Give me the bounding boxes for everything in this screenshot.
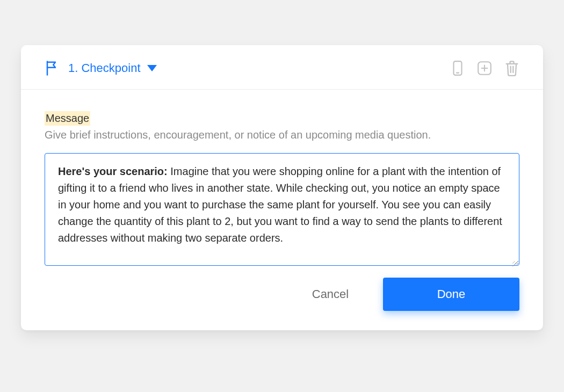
cancel-button[interactable]: Cancel — [293, 278, 368, 311]
page-canvas: 1. Checkpoint — [0, 0, 564, 392]
header-actions — [451, 60, 519, 76]
card-body: Message Give brief instructions, encoura… — [21, 90, 543, 330]
card-header: 1. Checkpoint — [21, 45, 543, 90]
checkpoint-card: 1. Checkpoint — [21, 45, 543, 330]
checkpoint-title-dropdown[interactable]: 1. Checkpoint — [68, 61, 157, 75]
message-helper-text: Give brief instructions, encouragement, … — [45, 129, 519, 141]
message-label-row: Message — [45, 111, 519, 126]
header-left: 1. Checkpoint — [45, 60, 157, 76]
message-textarea-wrap: Here's your scenario: Imagine that you w… — [45, 153, 519, 266]
message-label: Message — [45, 111, 90, 126]
actions-row: Cancel Done — [45, 278, 519, 311]
add-card-icon[interactable] — [476, 60, 493, 76]
trash-icon[interactable] — [504, 60, 519, 76]
mobile-preview-icon[interactable] — [451, 60, 465, 76]
flag-icon — [45, 60, 61, 76]
message-textarea[interactable]: Here's your scenario: Imagine that you w… — [45, 153, 519, 266]
chevron-down-icon — [147, 65, 157, 71]
checkpoint-title-text: 1. Checkpoint — [68, 61, 141, 75]
svg-marker-1 — [147, 65, 157, 71]
done-button[interactable]: Done — [383, 278, 519, 311]
message-bold-prefix: Here's your scenario: — [58, 165, 168, 177]
